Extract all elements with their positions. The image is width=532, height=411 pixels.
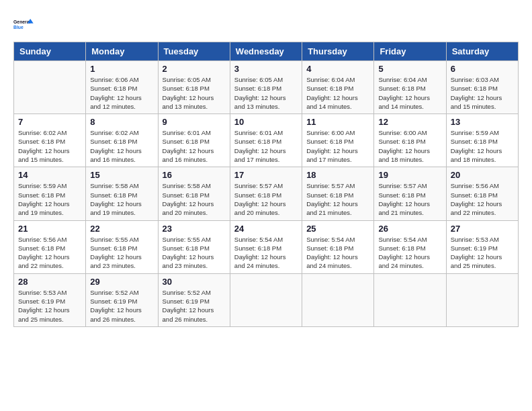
table-row: 26Sunrise: 5:54 AM Sunset: 6:18 PM Dayli… [374, 220, 446, 273]
day-number: 3 [234, 64, 298, 74]
col-wednesday: Wednesday [230, 42, 302, 61]
day-info: Sunrise: 5:52 AM Sunset: 6:19 PM Dayligh… [90, 288, 153, 324]
table-row [230, 273, 302, 326]
table-row: 23Sunrise: 5:55 AM Sunset: 6:18 PM Dayli… [158, 220, 230, 273]
table-row: 28Sunrise: 5:53 AM Sunset: 6:19 PM Dayli… [14, 273, 86, 326]
day-info: Sunrise: 5:59 AM Sunset: 6:18 PM Dayligh… [451, 128, 514, 164]
day-info: Sunrise: 6:02 AM Sunset: 6:18 PM Dayligh… [18, 128, 81, 164]
day-number: 23 [163, 224, 226, 234]
day-number: 4 [306, 64, 369, 74]
day-info: Sunrise: 5:57 AM Sunset: 6:18 PM Dayligh… [234, 181, 298, 217]
calendar-week-row: 28Sunrise: 5:53 AM Sunset: 6:19 PM Dayli… [14, 273, 519, 326]
day-info: Sunrise: 5:59 AM Sunset: 6:18 PM Dayligh… [18, 181, 81, 217]
table-row: 29Sunrise: 5:52 AM Sunset: 6:19 PM Dayli… [86, 273, 158, 326]
table-row: 8Sunrise: 6:02 AM Sunset: 6:18 PM Daylig… [86, 114, 158, 167]
col-tuesday: Tuesday [158, 42, 230, 61]
day-number: 5 [378, 64, 441, 74]
table-row: 20Sunrise: 5:56 AM Sunset: 6:18 PM Dayli… [446, 167, 518, 220]
day-info: Sunrise: 5:58 AM Sunset: 6:18 PM Dayligh… [90, 181, 153, 217]
calendar-week-row: 7Sunrise: 6:02 AM Sunset: 6:18 PM Daylig… [14, 114, 519, 167]
day-number: 1 [90, 64, 153, 74]
table-row: 25Sunrise: 5:54 AM Sunset: 6:18 PM Dayli… [302, 220, 374, 273]
day-info: Sunrise: 5:52 AM Sunset: 6:19 PM Dayligh… [163, 288, 226, 324]
day-number: 9 [163, 117, 226, 127]
day-number: 7 [18, 117, 81, 127]
day-info: Sunrise: 5:54 AM Sunset: 6:18 PM Dayligh… [378, 235, 441, 271]
day-info: Sunrise: 5:58 AM Sunset: 6:18 PM Dayligh… [163, 181, 226, 217]
table-row: 17Sunrise: 5:57 AM Sunset: 6:18 PM Dayli… [230, 167, 302, 220]
col-friday: Friday [374, 42, 446, 61]
day-number: 19 [378, 170, 441, 180]
calendar-week-row: 14Sunrise: 5:59 AM Sunset: 6:18 PM Dayli… [14, 167, 519, 220]
table-row: 5Sunrise: 6:04 AM Sunset: 6:18 PM Daylig… [374, 61, 446, 114]
table-row: 27Sunrise: 5:53 AM Sunset: 6:19 PM Dayli… [446, 220, 518, 273]
table-row: 15Sunrise: 5:58 AM Sunset: 6:18 PM Dayli… [86, 167, 158, 220]
table-row: 11Sunrise: 6:00 AM Sunset: 6:18 PM Dayli… [302, 114, 374, 167]
day-number: 28 [18, 277, 81, 287]
day-number: 25 [306, 224, 369, 234]
day-number: 30 [163, 277, 226, 287]
day-number: 22 [90, 224, 153, 234]
col-thursday: Thursday [302, 42, 374, 61]
col-monday: Monday [86, 42, 158, 61]
table-row [374, 273, 446, 326]
day-info: Sunrise: 6:02 AM Sunset: 6:18 PM Dayligh… [90, 128, 153, 164]
day-number: 11 [306, 117, 369, 127]
calendar-header-row: Sunday Monday Tuesday Wednesday Thursday… [14, 42, 519, 61]
day-info: Sunrise: 6:03 AM Sunset: 6:18 PM Dayligh… [451, 75, 514, 111]
calendar-week-row: 21Sunrise: 5:56 AM Sunset: 6:18 PM Dayli… [14, 220, 519, 273]
day-info: Sunrise: 5:55 AM Sunset: 6:18 PM Dayligh… [90, 235, 153, 271]
day-info: Sunrise: 6:05 AM Sunset: 6:18 PM Dayligh… [163, 75, 226, 111]
table-row: 4Sunrise: 6:04 AM Sunset: 6:18 PM Daylig… [302, 61, 374, 114]
table-row: 2Sunrise: 6:05 AM Sunset: 6:18 PM Daylig… [158, 61, 230, 114]
table-row: 18Sunrise: 5:57 AM Sunset: 6:18 PM Dayli… [302, 167, 374, 220]
table-row: 24Sunrise: 5:54 AM Sunset: 6:18 PM Dayli… [230, 220, 302, 273]
day-number: 26 [378, 224, 441, 234]
day-number: 21 [18, 224, 81, 234]
table-row: 1Sunrise: 6:06 AM Sunset: 6:18 PM Daylig… [86, 61, 158, 114]
day-info: Sunrise: 5:57 AM Sunset: 6:18 PM Dayligh… [306, 181, 369, 217]
page-header: GeneralBlue [13, 13, 519, 35]
logo: GeneralBlue [13, 13, 35, 35]
day-number: 29 [90, 277, 153, 287]
table-row: 10Sunrise: 6:01 AM Sunset: 6:18 PM Dayli… [230, 114, 302, 167]
day-info: Sunrise: 6:04 AM Sunset: 6:18 PM Dayligh… [378, 75, 441, 111]
day-info: Sunrise: 6:00 AM Sunset: 6:18 PM Dayligh… [378, 128, 441, 164]
day-info: Sunrise: 5:54 AM Sunset: 6:18 PM Dayligh… [306, 235, 369, 271]
table-row: 19Sunrise: 5:57 AM Sunset: 6:18 PM Dayli… [374, 167, 446, 220]
col-sunday: Sunday [14, 42, 86, 61]
day-info: Sunrise: 5:54 AM Sunset: 6:18 PM Dayligh… [234, 235, 298, 271]
day-number: 10 [234, 117, 298, 127]
day-info: Sunrise: 6:00 AM Sunset: 6:18 PM Dayligh… [306, 128, 369, 164]
table-row: 14Sunrise: 5:59 AM Sunset: 6:18 PM Dayli… [14, 167, 86, 220]
day-number: 15 [90, 170, 153, 180]
day-number: 2 [163, 64, 226, 74]
day-info: Sunrise: 6:04 AM Sunset: 6:18 PM Dayligh… [306, 75, 369, 111]
col-saturday: Saturday [446, 42, 518, 61]
day-info: Sunrise: 5:53 AM Sunset: 6:19 PM Dayligh… [451, 235, 514, 271]
table-row: 30Sunrise: 5:52 AM Sunset: 6:19 PM Dayli… [158, 273, 230, 326]
table-row: 7Sunrise: 6:02 AM Sunset: 6:18 PM Daylig… [14, 114, 86, 167]
day-info: Sunrise: 6:01 AM Sunset: 6:18 PM Dayligh… [234, 128, 298, 164]
day-number: 12 [378, 117, 441, 127]
table-row: 9Sunrise: 6:01 AM Sunset: 6:18 PM Daylig… [158, 114, 230, 167]
day-info: Sunrise: 6:06 AM Sunset: 6:18 PM Dayligh… [90, 75, 153, 111]
table-row: 22Sunrise: 5:55 AM Sunset: 6:18 PM Dayli… [86, 220, 158, 273]
day-info: Sunrise: 5:56 AM Sunset: 6:18 PM Dayligh… [451, 181, 514, 217]
day-number: 24 [234, 224, 298, 234]
day-info: Sunrise: 5:55 AM Sunset: 6:18 PM Dayligh… [163, 235, 226, 271]
day-number: 20 [451, 170, 514, 180]
day-info: Sunrise: 5:57 AM Sunset: 6:18 PM Dayligh… [378, 181, 441, 217]
svg-text:Blue: Blue [13, 25, 24, 30]
day-info: Sunrise: 6:05 AM Sunset: 6:18 PM Dayligh… [234, 75, 298, 111]
day-info: Sunrise: 5:56 AM Sunset: 6:18 PM Dayligh… [18, 235, 81, 271]
day-number: 18 [306, 170, 369, 180]
logo-icon: GeneralBlue [13, 13, 35, 35]
day-number: 8 [90, 117, 153, 127]
day-number: 17 [234, 170, 298, 180]
day-number: 27 [451, 224, 514, 234]
table-row: 3Sunrise: 6:05 AM Sunset: 6:18 PM Daylig… [230, 61, 302, 114]
day-info: Sunrise: 5:53 AM Sunset: 6:19 PM Dayligh… [18, 288, 81, 324]
table-row [302, 273, 374, 326]
table-row [14, 61, 86, 114]
